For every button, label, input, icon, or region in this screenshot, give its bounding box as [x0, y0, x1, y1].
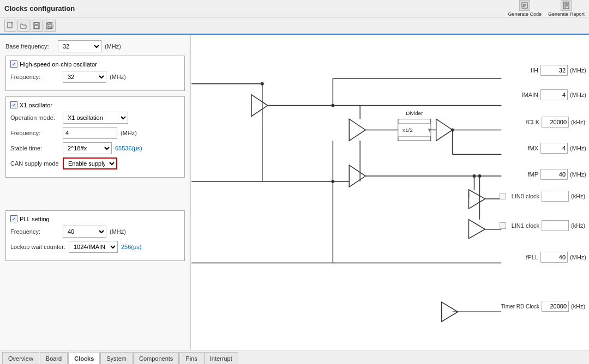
svg-text:x1/2: x1/2: [402, 127, 413, 133]
LIN0-label: LIN0 clock: [509, 193, 539, 199]
generate-report-icon: [561, 0, 572, 11]
title-right: Generate Code Generate Report: [508, 0, 585, 17]
window-title: Clocks configuration: [4, 4, 75, 13]
hoco-freq-unit: (MHz): [110, 74, 126, 80]
svg-marker-34: [436, 119, 453, 141]
title-left: Clocks configuration: [4, 4, 75, 13]
tab-system[interactable]: System: [100, 352, 133, 364]
fMX-output: fMX 4 (MHz): [519, 143, 586, 154]
hoco-title-row: High-speed on-chip oscillator: [10, 60, 180, 68]
fCLK-output: fCLK 20000 (kHz): [520, 117, 586, 128]
svg-text:▼: ▼: [427, 127, 432, 133]
x1osc-checkbox[interactable]: [10, 101, 17, 108]
LIN0-unit: (kHz): [571, 193, 586, 199]
LIN1-output: LIN1 clock (kHz): [500, 220, 586, 231]
tab-board[interactable]: Board: [40, 352, 68, 364]
pll-freq-select[interactable]: 40: [63, 226, 106, 238]
svg-text:Divider: Divider: [406, 110, 423, 116]
saveas-button[interactable]: [44, 20, 56, 32]
hoco-title: High-speed on-chip oscillator: [20, 61, 97, 68]
tab-overview[interactable]: Overview: [2, 352, 39, 364]
fPLL-output: fPLL 40 (MHz): [519, 252, 586, 263]
x1osc-freq-unit: (MHz): [121, 130, 137, 136]
pll-title: PLL setting: [20, 216, 50, 222]
fIH-unit: (MHz): [570, 67, 586, 74]
svg-marker-46: [469, 190, 485, 209]
tab-pins[interactable]: Pins: [179, 352, 203, 364]
fIH-output: fIH 32 (MHz): [519, 65, 586, 76]
svg-marker-42: [349, 165, 365, 187]
svg-rect-12: [35, 22, 38, 25]
generate-code-button[interactable]: Generate Code: [508, 0, 542, 17]
base-frequency-row: Base frequency: 32 (MHz): [5, 40, 185, 52]
fMP-output: fMP 40 (MHz): [519, 169, 586, 180]
pll-checkbox[interactable]: [10, 215, 17, 222]
svg-point-50: [472, 174, 476, 178]
pll-lockup-link[interactable]: 256(μs): [121, 244, 142, 250]
fMAIN-output: fMAIN 4 (MHz): [519, 89, 586, 100]
base-freq-select[interactable]: 32: [58, 40, 101, 52]
generate-report-button[interactable]: Generate Report: [548, 0, 585, 17]
fCLK-value: 20000: [542, 117, 569, 128]
left-panel: Base frequency: 32 (MHz) High-speed on-c…: [0, 35, 191, 350]
LIN1-value: [542, 220, 569, 231]
svg-rect-4: [563, 2, 569, 9]
svg-marker-29: [349, 119, 365, 141]
x1osc-opmode-select[interactable]: X1 oscillation: [63, 112, 128, 124]
hoco-group: High-speed on-chip oscillator Frequency:…: [5, 56, 185, 91]
svg-marker-22: [251, 95, 268, 117]
fPLL-value: 40: [540, 252, 568, 263]
TimerRD-label: Timer RD Clock: [501, 304, 539, 310]
tab-interrupt[interactable]: Interrupt: [204, 352, 238, 364]
x1osc-opmode-row: Operation mode: X1 oscillation: [10, 112, 180, 124]
x1osc-freq-input[interactable]: [63, 127, 117, 139]
x1osc-freq-row: Frequency: (MHz): [10, 127, 180, 139]
pll-freq-unit: (MHz): [110, 228, 126, 235]
pll-lockup-select[interactable]: 1024/fMAIN: [69, 241, 118, 253]
x1osc-can-row: CAN supply mode Enable supply: [10, 157, 180, 169]
x1osc-stable-row: Stable time: 2^18/fx 65536(μs): [10, 142, 180, 154]
LIN1-label: LIN1 clock: [509, 222, 539, 229]
fPLL-label: fPLL: [519, 254, 538, 260]
lin1-checkbox[interactable]: [500, 222, 506, 229]
svg-rect-14: [46, 23, 51, 29]
pll-title-row: PLL setting: [10, 215, 180, 222]
x1osc-group: X1 oscillator Operation mode: X1 oscilla…: [5, 96, 185, 178]
x1osc-stable-link[interactable]: 65536(μs): [115, 145, 142, 151]
tab-components[interactable]: Components: [133, 352, 179, 364]
fPLL-unit: (MHz): [570, 254, 586, 260]
hoco-freq-label: Frequency:: [10, 74, 59, 80]
hoco-freq-select[interactable]: 32: [63, 71, 106, 83]
fMX-unit: (MHz): [570, 145, 586, 151]
save-button[interactable]: [31, 20, 43, 32]
x1osc-title-row: X1 oscillator: [10, 101, 180, 108]
x1osc-title: X1 oscillator: [20, 102, 52, 108]
LIN1-unit: (kHz): [571, 222, 586, 229]
diagram-area: Divider: [191, 35, 589, 350]
main-area: Base frequency: 32 (MHz) High-speed on-c…: [0, 34, 589, 350]
x1osc-freq-label: Frequency:: [10, 130, 59, 136]
lin0-checkbox[interactable]: [500, 193, 506, 199]
tab-clocks[interactable]: Clocks: [68, 353, 100, 364]
pll-freq-label: Frequency:: [10, 228, 59, 235]
fCLK-label: fCLK: [520, 119, 539, 125]
TimerRD-unit: (kHz): [571, 303, 586, 310]
x1osc-can-select[interactable]: Enable supply: [63, 157, 117, 169]
svg-marker-51: [469, 220, 485, 239]
fMAIN-unit: (MHz): [570, 92, 586, 98]
tab-bar: Overview Board Clocks System Components …: [0, 350, 589, 364]
new-button[interactable]: [4, 20, 16, 32]
x1osc-can-label: CAN supply mode: [10, 160, 59, 167]
fMP-unit: (MHz): [570, 171, 586, 178]
open-button[interactable]: [17, 20, 29, 32]
base-freq-label: Base frequency:: [5, 43, 55, 50]
x1osc-stable-select[interactable]: 2^18/fx: [63, 142, 112, 154]
pll-lockup-label: Lockup wait counter:: [10, 244, 65, 250]
x1osc-opmode-label: Operation mode:: [10, 114, 59, 121]
svg-rect-13: [34, 26, 39, 28]
hoco-checkbox[interactable]: [10, 60, 17, 68]
TimerRD-output: Timer RD Clock 20000 (kHz): [501, 301, 586, 312]
pll-freq-row: Frequency: 40 (MHz): [10, 226, 180, 238]
fIH-label: fIH: [519, 67, 538, 74]
fCLK-unit: (kHz): [571, 119, 586, 125]
